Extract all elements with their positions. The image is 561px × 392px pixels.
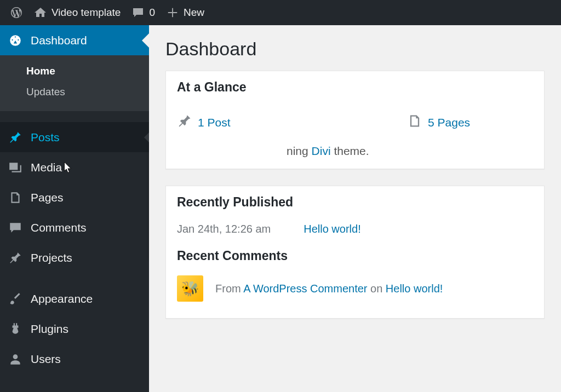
page-title: Dashboard bbox=[165, 38, 545, 60]
site-link[interactable]: Video template bbox=[28, 0, 126, 25]
admin-sidebar: Dashboard Home Updates Posts Media Pages… bbox=[0, 25, 149, 392]
submenu-home[interactable]: Home bbox=[0, 61, 149, 82]
menu-label: Users bbox=[31, 353, 61, 366]
menu-posts[interactable]: Posts bbox=[0, 122, 149, 152]
home-icon bbox=[34, 6, 47, 19]
glance-pages: 5 Pages bbox=[407, 113, 470, 131]
menu-comments[interactable]: Comments bbox=[0, 212, 149, 243]
brush-icon bbox=[8, 291, 23, 307]
menu-media[interactable]: Media bbox=[0, 152, 149, 182]
menu-label: Projects bbox=[31, 251, 72, 264]
media-icon bbox=[8, 160, 23, 175]
menu-label: Appearance bbox=[31, 292, 93, 305]
comments-icon bbox=[8, 220, 23, 235]
commenter-avatar: 🐝 bbox=[177, 275, 203, 302]
admin-toolbar: Video template 0 New bbox=[0, 0, 561, 25]
comment-icon bbox=[131, 6, 145, 19]
publish-date: Jan 24th, 12:26 am bbox=[177, 223, 271, 235]
pin-icon bbox=[8, 130, 23, 145]
new-content-link[interactable]: New bbox=[161, 0, 210, 25]
menu-label: Comments bbox=[31, 221, 87, 234]
posts-count-link[interactable]: 1 Post bbox=[198, 116, 231, 129]
pages-icon bbox=[8, 190, 23, 205]
pages-count-link[interactable]: 5 Pages bbox=[428, 116, 470, 129]
theme-link[interactable]: Divi bbox=[312, 145, 331, 157]
comments-link[interactable]: 0 bbox=[126, 0, 161, 25]
activity-panel: Activity Recently Published Jan 24th, 12… bbox=[165, 186, 545, 319]
main-content: Dashboard At a Glance 1 Post 5 Pages bbox=[149, 25, 561, 392]
site-name: Video template bbox=[51, 7, 121, 19]
plugin-icon bbox=[8, 321, 23, 337]
pin-icon bbox=[8, 250, 23, 266]
submenu-updates[interactable]: Updates bbox=[0, 82, 149, 102]
menu-users[interactable]: Users bbox=[0, 344, 149, 374]
theme-line: ning Divi theme. bbox=[177, 139, 533, 158]
menu-label: Posts bbox=[31, 131, 60, 144]
at-a-glance-panel: At a Glance 1 Post 5 Pages ning Divi the bbox=[165, 71, 545, 169]
menu-plugins[interactable]: Plugins bbox=[0, 314, 149, 344]
comment-post-link[interactable]: Hello world! bbox=[386, 283, 443, 295]
published-item: Jan 24th, 12:26 am Hello world! bbox=[177, 216, 533, 242]
menu-label: Dashboard bbox=[31, 34, 87, 47]
recent-comments-heading: Recent Comments bbox=[177, 242, 533, 270]
comment-count: 0 bbox=[149, 7, 155, 19]
users-icon bbox=[8, 351, 23, 367]
dashboard-icon bbox=[8, 33, 23, 48]
post-title-link[interactable]: Hello world! bbox=[304, 223, 360, 235]
new-label: New bbox=[184, 7, 204, 19]
pages-icon bbox=[407, 113, 422, 131]
wp-logo-menu[interactable] bbox=[4, 0, 28, 25]
comment-item: 🐝 From A WordPress Commenter on Hello wo… bbox=[177, 270, 533, 307]
plus-icon bbox=[166, 6, 179, 19]
panel-heading: At a Glance bbox=[166, 71, 544, 103]
dashboard-submenu: Home Updates bbox=[0, 55, 149, 111]
commenter-link[interactable]: A WordPress Commenter bbox=[243, 283, 367, 295]
recently-published-heading: Recently Published bbox=[177, 188, 533, 216]
menu-pages[interactable]: Pages bbox=[0, 182, 149, 212]
pin-icon bbox=[177, 113, 192, 131]
menu-projects[interactable]: Projects bbox=[0, 243, 149, 273]
menu-appearance[interactable]: Appearance bbox=[0, 284, 149, 314]
menu-dashboard[interactable]: Dashboard bbox=[0, 25, 149, 55]
menu-label: Media bbox=[31, 161, 62, 174]
menu-label: Plugins bbox=[31, 322, 68, 336]
wordpress-logo-icon bbox=[10, 6, 23, 19]
glance-posts: 1 Post bbox=[177, 113, 407, 131]
menu-label: Pages bbox=[31, 191, 64, 204]
